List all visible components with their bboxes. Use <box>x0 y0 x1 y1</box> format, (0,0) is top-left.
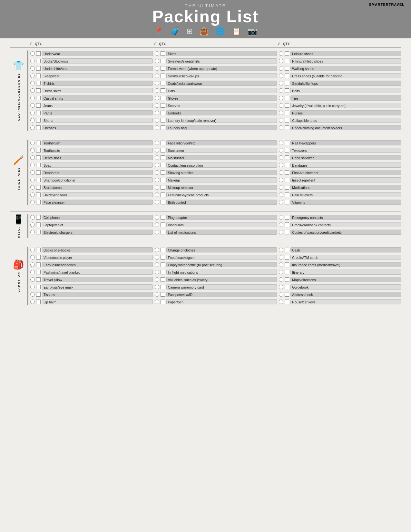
item-checkbox-box[interactable] <box>36 66 41 71</box>
item-checkbox-box[interactable] <box>36 300 41 304</box>
item-checkbox-circle[interactable] <box>30 285 35 289</box>
item-checkbox-box[interactable] <box>161 300 165 304</box>
item-checkbox-box[interactable] <box>285 103 289 108</box>
item-checkbox-box[interactable] <box>36 178 41 182</box>
item-checkbox-box[interactable] <box>285 111 289 115</box>
item-checkbox-box[interactable] <box>161 277 165 282</box>
item-checkbox-box[interactable] <box>161 222 165 227</box>
item-checkbox-circle[interactable] <box>279 277 283 282</box>
item-checkbox-circle[interactable] <box>30 51 35 56</box>
item-checkbox-circle[interactable] <box>279 178 283 182</box>
item-checkbox-box[interactable] <box>36 125 41 130</box>
item-checkbox-box[interactable] <box>36 81 41 85</box>
item-checkbox-box[interactable] <box>285 74 289 78</box>
item-checkbox-circle[interactable] <box>279 185 283 190</box>
item-checkbox-box[interactable] <box>161 230 165 234</box>
item-checkbox-box[interactable] <box>36 285 41 289</box>
item-checkbox-circle[interactable] <box>30 277 35 282</box>
item-checkbox-box[interactable] <box>161 248 165 252</box>
item-checkbox-box[interactable] <box>285 178 289 182</box>
item-checkbox-box[interactable] <box>161 103 165 108</box>
item-checkbox-box[interactable] <box>36 51 41 56</box>
item-checkbox-box[interactable] <box>285 125 289 130</box>
item-checkbox-circle[interactable] <box>30 170 35 175</box>
item-checkbox-circle[interactable] <box>155 192 159 197</box>
item-checkbox-box[interactable] <box>161 185 165 190</box>
item-checkbox-circle[interactable] <box>279 255 283 260</box>
item-checkbox-circle[interactable] <box>155 230 159 234</box>
item-checkbox-box[interactable] <box>36 74 41 78</box>
item-checkbox-box[interactable] <box>36 262 41 267</box>
item-checkbox-circle[interactable] <box>279 230 283 234</box>
item-checkbox-box[interactable] <box>285 185 289 190</box>
item-checkbox-circle[interactable] <box>279 163 283 167</box>
item-checkbox-box[interactable] <box>36 88 41 93</box>
item-checkbox-box[interactable] <box>161 200 165 204</box>
item-checkbox-box[interactable] <box>161 255 165 260</box>
item-checkbox-box[interactable] <box>161 118 165 123</box>
item-checkbox-circle[interactable] <box>30 230 35 234</box>
item-checkbox-circle[interactable] <box>279 118 283 123</box>
item-checkbox-circle[interactable] <box>279 96 283 100</box>
item-checkbox-box[interactable] <box>161 163 165 167</box>
item-checkbox-circle[interactable] <box>279 200 283 204</box>
item-checkbox-box[interactable] <box>285 141 289 145</box>
item-checkbox-circle[interactable] <box>155 81 159 85</box>
item-checkbox-box[interactable] <box>36 230 41 234</box>
item-checkbox-box[interactable] <box>36 59 41 63</box>
item-checkbox-box[interactable] <box>285 118 289 123</box>
item-checkbox-circle[interactable] <box>30 66 35 71</box>
item-checkbox-circle[interactable] <box>155 185 159 190</box>
item-checkbox-circle[interactable] <box>155 51 159 56</box>
item-checkbox-circle[interactable] <box>279 103 283 108</box>
item-checkbox-box[interactable] <box>161 141 165 145</box>
item-checkbox-circle[interactable] <box>30 148 35 153</box>
item-checkbox-box[interactable] <box>36 270 41 274</box>
item-checkbox-circle[interactable] <box>155 285 159 289</box>
item-checkbox-box[interactable] <box>285 300 289 304</box>
item-checkbox-box[interactable] <box>285 88 289 93</box>
item-checkbox-circle[interactable] <box>30 163 35 167</box>
item-checkbox-box[interactable] <box>161 88 165 93</box>
item-checkbox-circle[interactable] <box>30 178 35 182</box>
item-checkbox-box[interactable] <box>36 141 41 145</box>
item-checkbox-circle[interactable] <box>30 185 35 190</box>
item-checkbox-circle[interactable] <box>279 300 283 304</box>
item-checkbox-box[interactable] <box>285 96 289 100</box>
item-checkbox-box[interactable] <box>36 118 41 123</box>
item-checkbox-box[interactable] <box>36 163 41 167</box>
item-checkbox-circle[interactable] <box>30 59 35 63</box>
item-checkbox-circle[interactable] <box>279 66 283 71</box>
item-checkbox-circle[interactable] <box>30 141 35 145</box>
item-checkbox-circle[interactable] <box>155 222 159 227</box>
item-checkbox-box[interactable] <box>285 255 289 260</box>
item-checkbox-box[interactable] <box>161 125 165 130</box>
item-checkbox-circle[interactable] <box>155 255 159 260</box>
item-checkbox-circle[interactable] <box>279 192 283 197</box>
item-checkbox-box[interactable] <box>161 51 165 56</box>
item-checkbox-box[interactable] <box>161 81 165 85</box>
item-checkbox-circle[interactable] <box>30 270 35 274</box>
item-checkbox-box[interactable] <box>36 185 41 190</box>
item-checkbox-circle[interactable] <box>30 111 35 115</box>
item-checkbox-circle[interactable] <box>30 118 35 123</box>
item-checkbox-circle[interactable] <box>279 141 283 145</box>
item-checkbox-circle[interactable] <box>155 292 159 297</box>
item-checkbox-box[interactable] <box>285 66 289 71</box>
item-checkbox-circle[interactable] <box>30 215 35 220</box>
item-checkbox-circle[interactable] <box>279 59 283 63</box>
item-checkbox-box[interactable] <box>285 262 289 267</box>
item-checkbox-circle[interactable] <box>279 51 283 56</box>
item-checkbox-circle[interactable] <box>279 81 283 85</box>
item-checkbox-circle[interactable] <box>155 148 159 153</box>
item-checkbox-circle[interactable] <box>30 96 35 100</box>
item-checkbox-circle[interactable] <box>155 88 159 93</box>
item-checkbox-circle[interactable] <box>155 248 159 252</box>
item-checkbox-box[interactable] <box>36 96 41 100</box>
item-checkbox-box[interactable] <box>161 292 165 297</box>
item-checkbox-circle[interactable] <box>279 88 283 93</box>
item-checkbox-circle[interactable] <box>30 222 35 227</box>
item-checkbox-circle[interactable] <box>155 262 159 267</box>
item-checkbox-box[interactable] <box>161 74 165 78</box>
item-checkbox-box[interactable] <box>285 215 289 220</box>
